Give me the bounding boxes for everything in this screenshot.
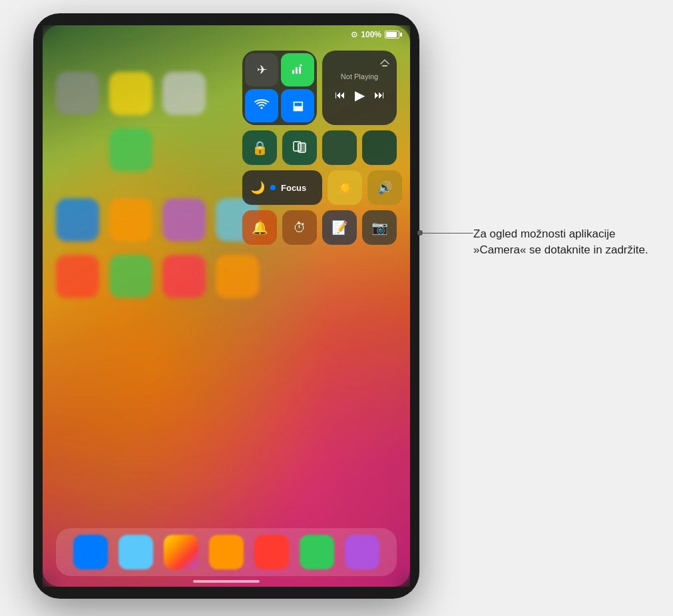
dock-mail[interactable] bbox=[118, 535, 153, 569]
app-icon-9 bbox=[56, 255, 99, 298]
wifi-icon bbox=[254, 97, 269, 115]
alarm-icon: 🔔 bbox=[252, 220, 268, 235]
ipad-screen: ⊙ 100% bbox=[43, 25, 410, 587]
dock-messages[interactable] bbox=[300, 535, 334, 569]
alarm-button[interactable]: 🔔 bbox=[242, 210, 277, 245]
svg-rect-6 bbox=[382, 65, 387, 67]
focus-dot bbox=[270, 185, 276, 190]
notes-icon: 📝 bbox=[332, 220, 348, 235]
annotation-line bbox=[420, 233, 473, 233]
dock-settings[interactable] bbox=[345, 535, 379, 569]
notes-button[interactable]: 📝 bbox=[322, 210, 357, 245]
volume-icon: 🔊 bbox=[377, 180, 392, 195]
screen-lock-icon: 🔒 bbox=[252, 140, 268, 156]
app-icon-7 bbox=[162, 198, 206, 241]
screen-lock-button[interactable]: 🔒 bbox=[242, 130, 277, 165]
connectivity-group[interactable]: ✈ bbox=[242, 51, 317, 125]
airplane-icon: ✈ bbox=[257, 63, 267, 77]
timer-button[interactable]: ⏱ bbox=[282, 210, 317, 245]
airplay-icon[interactable] bbox=[379, 57, 390, 70]
focus-button[interactable]: 🌙 Focus bbox=[242, 170, 322, 205]
home-indicator bbox=[193, 580, 260, 583]
rewind-button[interactable]: ⏮ bbox=[335, 89, 345, 101]
empty-tile-1 bbox=[322, 130, 357, 165]
svg-rect-1 bbox=[296, 67, 298, 74]
app-icon-3 bbox=[162, 72, 206, 115]
wifi-status-icon: ⊙ bbox=[351, 30, 357, 39]
status-bar: ⊙ 100% bbox=[43, 25, 410, 44]
moon-icon: 🌙 bbox=[250, 180, 265, 195]
cellular-icon bbox=[291, 62, 304, 78]
not-playing-label: Not Playing bbox=[341, 73, 378, 80]
battery-percentage: 100% bbox=[361, 30, 381, 39]
app-icon-11 bbox=[162, 255, 206, 298]
play-button[interactable]: ▶ bbox=[355, 87, 365, 103]
svg-point-4 bbox=[300, 64, 302, 66]
brightness-icon: ☀️ bbox=[337, 180, 353, 196]
annotation-text: Za ogled možnosti aplikacije »Camera« se… bbox=[473, 226, 660, 258]
airplane-mode-button[interactable]: ✈ bbox=[245, 53, 278, 86]
status-icons: ⊙ 100% bbox=[351, 30, 399, 39]
camera-icon: 📷 bbox=[371, 220, 388, 235]
timer-icon: ⏱ bbox=[293, 220, 306, 235]
app-icon-6 bbox=[109, 198, 152, 241]
control-center: ✈ bbox=[242, 51, 402, 245]
now-playing-tile[interactable]: Not Playing ⏮ ▶ ⏭ bbox=[322, 51, 397, 125]
app-icon-1 bbox=[56, 72, 99, 115]
bluetooth-button[interactable]: ⬓ bbox=[281, 89, 314, 122]
dock bbox=[56, 528, 397, 576]
app-icon-2 bbox=[109, 72, 152, 115]
screen-mirror-button[interactable] bbox=[282, 130, 317, 165]
cc-row-3: 🌙 Focus ☀️ 🔊 bbox=[242, 170, 402, 205]
app-icon-5 bbox=[56, 198, 99, 241]
app-icon-4 bbox=[109, 128, 152, 172]
dock-photos[interactable] bbox=[164, 535, 198, 569]
svg-point-5 bbox=[261, 107, 263, 109]
dock-calendar[interactable] bbox=[254, 535, 289, 569]
focus-label: Focus bbox=[281, 183, 306, 193]
cc-row-2: 🔒 bbox=[242, 130, 402, 165]
dock-music[interactable] bbox=[209, 535, 244, 569]
volume-button[interactable]: 🔊 bbox=[367, 170, 402, 205]
app-icon-12 bbox=[216, 255, 259, 298]
app-row-4 bbox=[56, 255, 397, 298]
battery-icon bbox=[385, 31, 399, 39]
empty-tile-2 bbox=[362, 130, 397, 165]
svg-rect-0 bbox=[292, 70, 294, 74]
ipad-frame: ⊙ 100% bbox=[33, 13, 419, 599]
camera-button[interactable]: 📷 bbox=[362, 210, 397, 245]
cellular-button[interactable] bbox=[281, 53, 314, 86]
bluetooth-icon: ⬓ bbox=[292, 98, 304, 113]
app-icon-10 bbox=[109, 255, 152, 298]
playback-controls: ⏮ ▶ ⏭ bbox=[335, 87, 385, 103]
fast-forward-button[interactable]: ⏭ bbox=[374, 89, 385, 101]
mirror-icon bbox=[292, 139, 307, 157]
wifi-button[interactable] bbox=[245, 89, 278, 122]
brightness-button[interactable]: ☀️ bbox=[328, 170, 362, 205]
cc-row-1: ✈ bbox=[242, 51, 402, 125]
annotation: Za ogled možnosti aplikacije »Camera« se… bbox=[473, 226, 660, 258]
dock-safari[interactable] bbox=[73, 535, 108, 569]
cc-row-4: 🔔 ⏱ 📝 📷 bbox=[242, 210, 402, 245]
svg-rect-8 bbox=[298, 143, 306, 152]
